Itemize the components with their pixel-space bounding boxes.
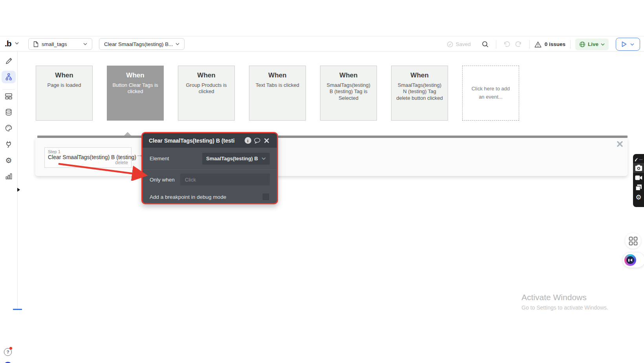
sidebar-item-styles[interactable]: [2, 122, 16, 134]
more-options-icon: ⋯: [639, 158, 643, 161]
comment-button[interactable]: [252, 136, 262, 145]
event-title: When: [182, 72, 231, 79]
chevron-down-icon: [630, 43, 634, 46]
feather-icon: [634, 158, 639, 162]
database-icon: [5, 108, 13, 116]
close-icon: [617, 141, 623, 147]
logo-chevron-down-icon[interactable]: [15, 42, 19, 44]
only-when-label: Only when: [150, 177, 175, 183]
sidebar-item-plugins[interactable]: [2, 138, 16, 150]
workflow-selector-dropdown[interactable]: Clear SmaalTags(testing) B...: [99, 38, 185, 50]
step-delete-link[interactable]: delete: [48, 160, 128, 165]
grid-icon: [629, 236, 638, 246]
event-subtitle: Button Clear Tags is clicked: [111, 82, 159, 95]
event-title: When: [395, 72, 444, 79]
globe-icon: [579, 41, 585, 48]
actions-panel: Step 1 Clear SmaalTags(testing) B (testi…: [35, 138, 628, 176]
video-camera-icon: [635, 175, 642, 180]
preview-play-button[interactable]: [616, 38, 640, 51]
sidebar-item-workflow[interactable]: [2, 71, 16, 83]
chevron-down-icon: [176, 43, 179, 45]
check-circle-icon: [447, 41, 453, 48]
sidebar-collapse-handle[interactable]: [17, 188, 20, 192]
workflow-selector-value: Clear SmaalTags(testing) B...: [104, 41, 173, 47]
help-icon: ?: [7, 350, 9, 354]
info-icon: i: [245, 137, 251, 144]
warning-triangle-icon: [534, 41, 542, 48]
copy-captures-button[interactable]: [633, 183, 644, 192]
screenshot-tool-bar: ⋯ ⚙: [633, 154, 644, 207]
page-icon: [33, 41, 38, 47]
event-card-page-loaded[interactable]: When Page is loaded: [36, 66, 93, 121]
apps-grid-button[interactable]: [625, 233, 641, 249]
saved-indicator: Saved: [447, 41, 470, 48]
toolbar-divider: [529, 40, 530, 49]
chevron-down-icon: [601, 43, 605, 46]
workflow-events-row: When Page is loaded When Button Clear Ta…: [36, 66, 519, 121]
chevron-down-icon: [262, 157, 266, 160]
element-label: Element: [150, 156, 169, 161]
only-when-input[interactable]: [180, 174, 270, 185]
saved-label: Saved: [456, 41, 470, 47]
add-event-label: Click here to add an event...: [468, 85, 513, 101]
element-dropdown[interactable]: SmaalTags(testing) B: [202, 153, 270, 165]
undo-button[interactable]: [501, 38, 513, 50]
element-dropdown-value: SmaalTags(testing) B: [206, 156, 258, 161]
search-button[interactable]: [479, 38, 491, 50]
scroll-strip: [13, 309, 22, 310]
ai-assistant-button[interactable]: [623, 253, 644, 268]
sidebar-item-data[interactable]: [2, 106, 16, 119]
pencil-icon: [5, 57, 13, 65]
popup-close-button[interactable]: [262, 136, 271, 145]
notification-dot: [9, 347, 12, 350]
popup-title: Clear SmaalTags(testing) B (testi: [149, 138, 243, 144]
event-card-tag-delete[interactable]: When SmaalTags(testing) N (testing) Tag …: [391, 66, 448, 121]
page-selector-dropdown[interactable]: small_tags: [28, 38, 92, 50]
play-icon: [622, 41, 627, 47]
info-button[interactable]: i: [243, 136, 252, 145]
gear-icon: ⚙: [635, 194, 641, 201]
bubble-logo[interactable]: .b: [5, 39, 11, 48]
sidebar-item-reusables[interactable]: [2, 90, 16, 103]
screenshot-settings-button[interactable]: ⚙: [633, 192, 644, 202]
breakpoint-label: Add a breakpoint in debug mode: [150, 194, 226, 200]
sidebar-item-settings[interactable]: ⚙: [2, 154, 16, 167]
event-subtitle: SmaalTags(testing) B (testing) Tag is Se…: [324, 82, 373, 101]
workflow-icon: [5, 73, 13, 81]
issues-count-label: 0 issues: [545, 41, 565, 47]
breakpoint-row: Add a breakpoint in debug mode: [143, 189, 277, 204]
sidebar-item-logs[interactable]: [2, 170, 16, 182]
event-card-tag-selected[interactable]: When SmaalTags(testing) B (testing) Tag …: [320, 66, 377, 121]
screenshot-tool-menu[interactable]: ⋯: [633, 156, 644, 163]
comment-icon: [254, 138, 261, 144]
sidebar-item-design[interactable]: [2, 55, 16, 67]
event-card-button-clear-tags[interactable]: When Button Clear Tags is clicked: [107, 66, 164, 121]
event-title: When: [324, 72, 373, 79]
toolbar-right-group: Saved 0 issues Live: [447, 37, 644, 52]
gear-icon: ⚙: [5, 157, 12, 164]
event-subtitle: Group Products is clicked: [182, 82, 231, 95]
palette-icon: [5, 124, 13, 132]
action-properties-popup: Clear SmaalTags(testing) B (testi i Elem…: [141, 132, 278, 204]
event-card-text-tabs[interactable]: When Text Tabs is clicked: [249, 66, 306, 121]
live-dropdown-button[interactable]: Live: [575, 38, 609, 50]
panel-close-button[interactable]: [617, 141, 623, 147]
left-sidebar: ⚙ ? O: [0, 51, 18, 310]
redo-button[interactable]: [513, 38, 525, 50]
screenshot-capture-button[interactable]: [633, 163, 644, 173]
event-title: When: [111, 72, 159, 79]
action-step-card[interactable]: Step 1 Clear SmaalTags(testing) B (testi…: [44, 147, 132, 168]
screen-record-button[interactable]: [633, 173, 644, 183]
issues-button[interactable]: 0 issues: [534, 41, 565, 48]
add-event-card[interactable]: Click here to add an event...: [462, 66, 519, 121]
undo-icon: [503, 41, 510, 48]
toolbar-divider: [496, 40, 496, 49]
sidebar-divider: [2, 89, 15, 90]
camera-icon: [635, 165, 642, 171]
event-card-group-products[interactable]: When Group Products is clicked: [178, 66, 235, 121]
ai-assistant-icon: [624, 254, 636, 266]
breakpoint-checkbox[interactable]: [262, 193, 270, 201]
bubble-workflow-editor: .b small_tags Clear SmaalTags(testing) B…: [0, 0, 644, 363]
event-subtitle: Page is loaded: [40, 82, 88, 88]
toolbar-divider: [570, 40, 571, 49]
